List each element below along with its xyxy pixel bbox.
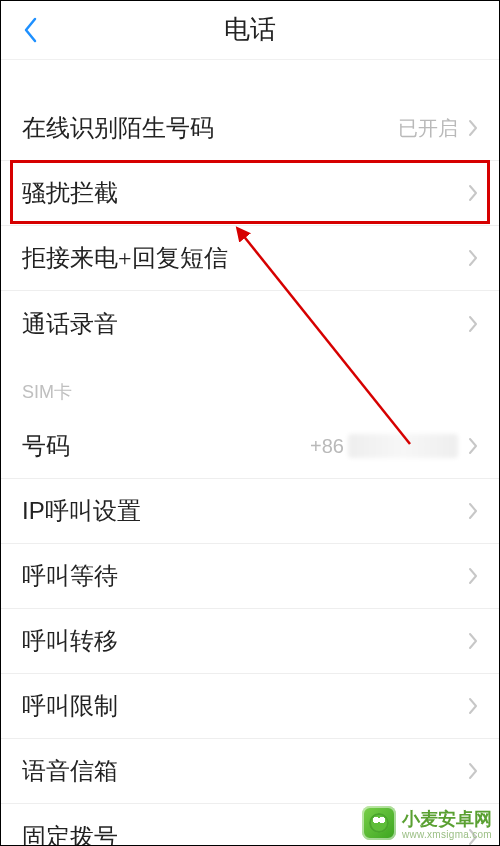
nav-bar: 电话 (0, 0, 500, 60)
chevron-right-icon (468, 762, 478, 780)
watermark-logo-icon (362, 806, 396, 840)
top-gap (0, 60, 500, 96)
row-identify-unknown[interactable]: 在线识别陌生号码 已开启 (0, 96, 500, 161)
row-label: 呼叫限制 (22, 690, 118, 722)
chevron-left-icon (22, 16, 38, 44)
row-label: 呼叫等待 (22, 560, 118, 592)
watermark: 小麦安卓网 www.xmsigma.com (362, 806, 492, 840)
settings-list: 在线识别陌生号码 已开启 骚扰拦截 拒接来电+回复短信 通话录音 SIM卡 号码… (0, 60, 500, 846)
row-label: 语音信箱 (22, 755, 118, 787)
number-prefix: +86 (310, 435, 344, 458)
row-call-recording[interactable]: 通话录音 (0, 291, 500, 356)
row-label: 拒接来电+回复短信 (22, 242, 228, 274)
row-reject-reply-sms[interactable]: 拒接来电+回复短信 (0, 226, 500, 291)
row-block-harassment[interactable]: 骚扰拦截 (0, 161, 500, 226)
back-button[interactable] (10, 0, 50, 60)
row-label: 骚扰拦截 (22, 177, 118, 209)
row-voicemail[interactable]: 语音信箱 (0, 739, 500, 804)
watermark-name: 小麦安卓网 (402, 809, 492, 829)
chevron-right-icon (468, 184, 478, 202)
section-label-sim: SIM卡 (0, 356, 500, 414)
row-call-restriction[interactable]: 呼叫限制 (0, 674, 500, 739)
chevron-right-icon (468, 567, 478, 585)
row-call-waiting[interactable]: 呼叫等待 (0, 544, 500, 609)
number-redacted (348, 434, 458, 458)
page-title: 电话 (224, 12, 276, 47)
row-call-forwarding[interactable]: 呼叫转移 (0, 609, 500, 674)
row-label: 通话录音 (22, 308, 118, 340)
watermark-url: www.xmsigma.com (402, 829, 492, 840)
row-label: 呼叫转移 (22, 625, 118, 657)
row-label: 固定拨号 (22, 821, 118, 847)
chevron-right-icon (468, 632, 478, 650)
chevron-right-icon (468, 315, 478, 333)
row-ip-call-settings[interactable]: IP呼叫设置 (0, 479, 500, 544)
row-phone-number[interactable]: 号码 +86 (0, 414, 500, 479)
row-label: 号码 (22, 430, 70, 462)
chevron-right-icon (468, 119, 478, 137)
chevron-right-icon (468, 697, 478, 715)
chevron-right-icon (468, 249, 478, 267)
chevron-right-icon (468, 502, 478, 520)
row-label: 在线识别陌生号码 (22, 112, 214, 144)
chevron-right-icon (468, 437, 478, 455)
row-value: 已开启 (398, 115, 458, 142)
row-label: IP呼叫设置 (22, 495, 141, 527)
